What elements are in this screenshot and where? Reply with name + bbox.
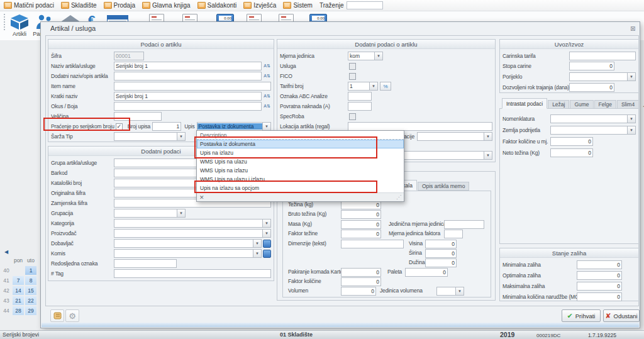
- optimalna-zaliha-input[interactable]: 0: [577, 271, 622, 280]
- chevron-down-icon[interactable]: ▼: [253, 250, 261, 257]
- tab-intrastat-podaci[interactable]: Intrastat podaci: [502, 98, 547, 109]
- faktor-kolicine-mj-input[interactable]: 0: [550, 137, 593, 146]
- lokacija-input[interactable]: [348, 122, 492, 131]
- chevron-down-icon[interactable]: ▼: [262, 220, 270, 227]
- tab-opis-artikla-memo[interactable]: Opis artikla memo: [418, 182, 470, 191]
- menu-item-izvjesca[interactable]: Izvješća: [243, 2, 276, 9]
- chevron-down-icon[interactable]: ▼: [374, 52, 382, 60]
- chevron-down-icon[interactable]: ▼: [262, 230, 270, 237]
- menu-item-maticni-podaci[interactable]: Matični podaci: [4, 2, 54, 9]
- dropdown-item[interactable]: WMS Upis na izlazu: [197, 166, 404, 175]
- menu-item-saldakonti[interactable]: Saldakonti: [197, 2, 237, 9]
- moq-input[interactable]: 0: [577, 292, 622, 301]
- fico-checkbox[interactable]: [349, 73, 356, 80]
- jedinica-volumena-combo[interactable]: ▼: [436, 287, 464, 296]
- dimenzije-input[interactable]: [341, 240, 404, 248]
- tab-slim4[interactable]: Slim4: [617, 100, 639, 109]
- mjerna-faktora-input[interactable]: [444, 230, 463, 238]
- dropdown-item[interactable]: Upis na izlazu: [197, 148, 404, 157]
- bruto-tezina-input[interactable]: 0: [341, 210, 381, 219]
- dropdown-clear-row[interactable]: ✕⋰: [197, 192, 404, 201]
- neto-tezina-input[interactable]: 0: [550, 148, 593, 157]
- chevron-down-icon[interactable]: ▼: [627, 73, 635, 81]
- faktor-tezine-input[interactable]: 0: [341, 230, 381, 238]
- calendar-day[interactable]: 8: [25, 276, 36, 285]
- masa-input[interactable]: 0: [341, 220, 381, 229]
- racije-combo[interactable]: ▼: [417, 132, 492, 141]
- calendar-day[interactable]: 1: [25, 266, 36, 275]
- stopa-carine-input[interactable]: 0: [569, 62, 614, 70]
- maksimalna-zaliha-input[interactable]: 0: [577, 282, 622, 291]
- chevron-down-icon[interactable]: ▼: [484, 133, 492, 140]
- chevron-down-icon[interactable]: ▼: [253, 240, 261, 247]
- calendar-day[interactable]: 22: [25, 296, 36, 305]
- tarifni-broj-combo[interactable]: 1▼: [348, 82, 378, 91]
- calendar-prev-icon[interactable]: ◀: [4, 249, 8, 255]
- pakiranje-input[interactable]: 0: [341, 268, 381, 277]
- calendar-day[interactable]: 21: [13, 296, 24, 305]
- okus-boja-input[interactable]: [114, 102, 262, 111]
- specroba-checkbox[interactable]: [349, 113, 356, 120]
- script-button[interactable]: [50, 309, 64, 322]
- komis-combo[interactable]: ▼: [114, 249, 262, 258]
- kategorija-combo[interactable]: ▼: [114, 219, 271, 228]
- chevron-down-icon[interactable]: ▼: [627, 115, 635, 123]
- dodatni-naziv-input[interactable]: [114, 72, 262, 81]
- sirina-input[interactable]: 0: [425, 249, 457, 258]
- visina-input[interactable]: 0: [425, 240, 457, 248]
- artikli-button[interactable]: [8, 14, 31, 33]
- menu-item-skladiste[interactable]: Skladište: [61, 2, 97, 9]
- dropdown-item-selected[interactable]: Postavka iz dokumenta: [197, 140, 404, 148]
- pracenje-checkbox[interactable]: ✓: [116, 123, 123, 130]
- sort-az-icon[interactable]: A⇅: [263, 92, 271, 101]
- chevron-down-icon[interactable]: ▼: [484, 152, 492, 159]
- zemlja-podrijetla-combo[interactable]: ▼: [550, 126, 636, 135]
- duzina-input[interactable]: 0: [425, 258, 457, 267]
- calendar-day[interactable]: 15: [25, 286, 36, 295]
- dialog-close-icon[interactable]: ⊠: [630, 25, 635, 32]
- redosljedna-oznaka-input[interactable]: [114, 259, 177, 268]
- calendar-day[interactable]: 14: [13, 286, 24, 295]
- search-input[interactable]: [347, 1, 383, 9]
- proizvodac-combo[interactable]: ▼: [114, 229, 271, 238]
- sort-az-icon[interactable]: A⇅: [263, 72, 271, 81]
- menu-item-sistem[interactable]: Sistem: [283, 2, 313, 9]
- komis-lookup-icon[interactable]: [263, 250, 271, 258]
- dropdown-item[interactable]: WMS Upis na ulazu i izlazu: [197, 175, 404, 184]
- sort-az-icon[interactable]: A⇅: [263, 103, 271, 111]
- chevron-down-icon[interactable]: ▼: [177, 133, 185, 140]
- dropdown-item[interactable]: WMS Upis na ulazu: [197, 157, 404, 166]
- nomenklatura-combo[interactable]: ▼: [550, 114, 636, 123]
- sort-az-icon[interactable]: A⇅: [263, 62, 271, 70]
- calendar-day[interactable]: 7: [13, 276, 24, 285]
- porijeklo-combo[interactable]: ▼: [569, 72, 636, 81]
- sarza-tip-combo[interactable]: ▼: [114, 132, 186, 141]
- odustani-button[interactable]: ✘Odustani: [603, 309, 640, 322]
- chevron-down-icon[interactable]: ▼: [177, 209, 185, 217]
- resize-grip-icon[interactable]: ⋰: [396, 194, 401, 200]
- chevron-down-icon[interactable]: ▼: [455, 287, 464, 295]
- toolbar-drag-handle[interactable]: [4, 14, 5, 30]
- dobavljac-combo[interactable]: ▼: [114, 239, 262, 248]
- minimalna-zaliha-input[interactable]: 0: [577, 260, 622, 269]
- clear-x-icon[interactable]: ✕: [199, 194, 204, 201]
- tab-gume[interactable]: Gume: [570, 100, 593, 109]
- settings-button[interactable]: ⚙: [65, 309, 79, 322]
- tezina-input[interactable]: 0: [341, 201, 381, 209]
- calendar-day[interactable]: 28: [13, 306, 24, 315]
- chevron-down-icon[interactable]: ▼: [262, 123, 270, 130]
- dropdown-item[interactable]: Upis na izlazu sa opcjom: [197, 184, 404, 192]
- dobavljac-lookup-icon[interactable]: [263, 240, 271, 248]
- kratki-naziv-input[interactable]: Serijski broj 1: [114, 92, 262, 101]
- usluga-checkbox[interactable]: [349, 63, 356, 70]
- menu-item-glavna-knjiga[interactable]: Glavna knjiga: [142, 2, 191, 9]
- grupacija-combo[interactable]: ▼: [114, 209, 186, 218]
- menu-item-prodaja[interactable]: Prodaja: [104, 2, 135, 9]
- mjerna-jedinica-combo[interactable]: kom▼: [348, 52, 383, 60]
- jedinicna-mjerna-input[interactable]: [444, 220, 484, 229]
- percent-button[interactable]: %: [380, 82, 391, 91]
- povratna-naknada-input[interactable]: [348, 102, 372, 111]
- tab-lezaj[interactable]: Ležaj: [548, 100, 569, 109]
- velicina-input[interactable]: [114, 112, 162, 121]
- abc-analize-input[interactable]: [348, 92, 372, 101]
